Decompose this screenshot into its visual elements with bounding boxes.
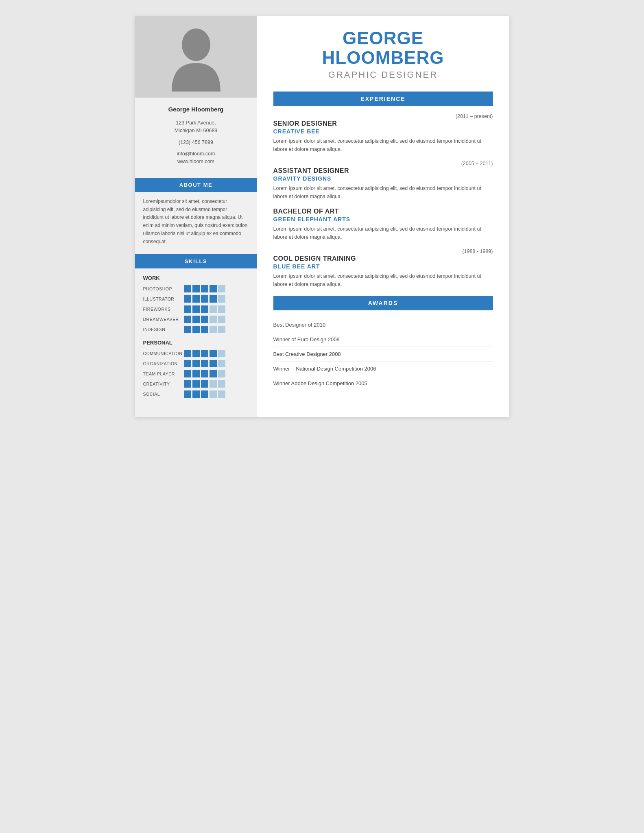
- bar-cell: [184, 370, 191, 377]
- bar-cell: [210, 380, 217, 388]
- personal-category-label: PERSONAL: [143, 340, 249, 346]
- bar-cell: [184, 305, 191, 313]
- skills-section: WORK PHOTOSHOPILLUSTRATORFIREWORKSDREAMW…: [135, 275, 257, 398]
- bar-cell: [192, 305, 200, 313]
- exp-title: SENIOR DESIGNER: [273, 120, 493, 127]
- bar-cell: [210, 350, 217, 357]
- bar-cell: [192, 390, 200, 398]
- bar-cell: [201, 390, 208, 398]
- award-item: Winner – National Design Competition 200…: [273, 362, 493, 376]
- bar-cell: [192, 350, 200, 357]
- skill-bars: [184, 380, 225, 388]
- experience-bar: EXPERIENCE: [273, 92, 493, 106]
- skill-label: DREAMWEAVER: [143, 317, 184, 322]
- about-me-bar: ABOUT ME: [135, 178, 257, 192]
- skill-bars: [184, 350, 225, 357]
- bar-cell: [201, 326, 208, 333]
- exp-title: ASSISTANT DESIGNER: [273, 167, 493, 174]
- exp-company: BLUE BEE ART: [273, 263, 493, 270]
- bar-cell: [201, 370, 208, 377]
- skill-row: PHOTOSHOP: [143, 285, 249, 292]
- contact-area: George Hloomberg 123 Park Avenue,Michiga…: [135, 98, 257, 178]
- skill-row: ORGANIZATION: [143, 360, 249, 367]
- skill-label: INDESIGN: [143, 327, 184, 332]
- exp-company: CREATIVE BEE: [273, 128, 493, 135]
- exp-date: (2011 – present): [273, 113, 493, 119]
- bar-cell: [201, 380, 208, 388]
- experience-item: (2011 – present)SENIOR DESIGNERCREATIVE …: [273, 113, 493, 153]
- award-item: Winner of Euro Design 2009: [273, 332, 493, 347]
- bar-cell: [210, 295, 217, 303]
- skills-bar: SKILLS: [135, 254, 257, 268]
- bar-cell: [184, 285, 191, 292]
- bar-cell: [184, 350, 191, 357]
- bar-cell: [210, 316, 217, 323]
- name-area: GEORGE HLOOMBERG GRAPHIC DESIGNER: [273, 28, 493, 80]
- contact-email: info@hloom.com www.hloom.com: [145, 150, 247, 166]
- skill-row: SOCIAL: [143, 390, 249, 398]
- bar-cell: [192, 295, 200, 303]
- bar-cell: [201, 350, 208, 357]
- skill-bars: [184, 390, 225, 398]
- bar-cell: [192, 326, 200, 333]
- bar-cell: [184, 295, 191, 303]
- bar-cell: [210, 360, 217, 367]
- skill-bars: [184, 295, 225, 303]
- bar-cell: [192, 285, 200, 292]
- skill-label: SOCIAL: [143, 392, 184, 397]
- bar-cell: [201, 295, 208, 303]
- award-item: Best Creative Designer 2008: [273, 347, 493, 362]
- exp-title: BACHELOR OF ART: [273, 208, 493, 215]
- contact-phone: (123) 456 7899: [145, 139, 247, 146]
- award-item: Best Designer of 2010: [273, 318, 493, 332]
- skill-label: ORGANIZATION: [143, 361, 184, 366]
- bar-cell: [201, 305, 208, 313]
- bar-cell: [192, 316, 200, 323]
- bar-cell: [218, 316, 225, 323]
- skill-bars: [184, 326, 225, 333]
- exp-desc: Lorem ipsum dolor sit amet, consectetur …: [273, 184, 493, 201]
- exp-desc: Lorem ipsum dolor sit amet, consectetur …: [273, 272, 493, 288]
- bar-cell: [192, 370, 200, 377]
- award-item: Winner Adobe Design Competition 2005: [273, 376, 493, 390]
- skill-row: INDESIGN: [143, 326, 249, 333]
- bar-cell: [184, 380, 191, 388]
- main-name: GEORGE HLOOMBERG: [273, 28, 493, 68]
- bar-cell: [201, 316, 208, 323]
- bar-cell: [218, 326, 225, 333]
- profile-silhouette: [170, 22, 223, 92]
- skill-label: ILLUSTRATOR: [143, 297, 184, 301]
- bar-cell: [218, 305, 225, 313]
- right-column: GEORGE HLOOMBERG GRAPHIC DESIGNER EXPERI…: [257, 16, 509, 417]
- svg-point-0: [182, 28, 210, 61]
- bar-cell: [218, 370, 225, 377]
- skill-row: FIREWORKS: [143, 305, 249, 313]
- exp-company: GRAVITY DESIGNS: [273, 175, 493, 182]
- skill-row: COMMUNICATION: [143, 350, 249, 357]
- experience-item: BACHELOR OF ARTGREEN ELEPHANT ARTSLorem …: [273, 208, 493, 241]
- experience-item: (1988 - 1989)COOL DESIGN TRAININGBLUE BE…: [273, 249, 493, 288]
- skill-row: DREAMWEAVER: [143, 316, 249, 323]
- bar-cell: [210, 370, 217, 377]
- skill-row: TEAM PLAYER: [143, 370, 249, 377]
- photo-area: [135, 16, 257, 98]
- bar-cell: [218, 295, 225, 303]
- bar-cell: [218, 350, 225, 357]
- bar-cell: [184, 316, 191, 323]
- awards-list: Best Designer of 2010Winner of Euro Desi…: [273, 318, 493, 390]
- work-category-label: WORK: [143, 275, 249, 281]
- skill-bars: [184, 285, 225, 292]
- bar-cell: [218, 390, 225, 398]
- contact-address: 123 Park Avenue,Michigan MI 60689: [145, 119, 247, 135]
- experience-list: (2011 – present)SENIOR DESIGNERCREATIVE …: [273, 113, 493, 288]
- exp-title: COOL DESIGN TRAINING: [273, 255, 493, 262]
- skill-bars: [184, 360, 225, 367]
- skill-row: CREATIVITY: [143, 380, 249, 388]
- bar-cell: [210, 390, 217, 398]
- skill-label: TEAM PLAYER: [143, 371, 184, 376]
- contact-name: George Hloomberg: [145, 106, 247, 113]
- skill-bars: [184, 370, 225, 377]
- bar-cell: [210, 305, 217, 313]
- skill-label: CREATIVITY: [143, 382, 184, 386]
- skill-label: COMMUNICATION: [143, 351, 184, 356]
